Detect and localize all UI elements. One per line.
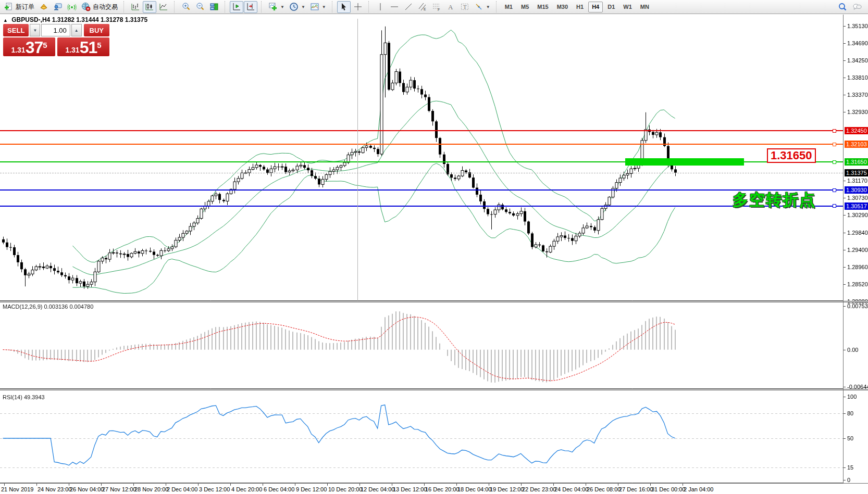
time-axis-tick-mark: [683, 484, 683, 486]
periods-button[interactable]: ▼: [287, 1, 307, 13]
dropdown-caret-icon: ▼: [322, 5, 326, 9]
time-axis-tick-mark: [230, 484, 231, 486]
signals-button[interactable]: [65, 1, 79, 13]
price-callout[interactable]: 1.31650: [767, 148, 816, 163]
timeframe-d1-button[interactable]: D1: [604, 2, 618, 12]
vertical-line-button[interactable]: [374, 1, 387, 13]
price-axis-tick: 1.35130: [847, 23, 868, 29]
time-axis-tick-mark: [586, 484, 586, 486]
horizontal-line-object[interactable]: [0, 206, 843, 207]
time-axis-label: 10 Dec 20:00: [328, 486, 362, 492]
line-chart-icon: [159, 2, 168, 11]
time-axis-tick-mark: [36, 484, 37, 486]
text-label-button[interactable]: T: [458, 1, 472, 13]
volume-decrease-button[interactable]: ▼: [30, 24, 40, 36]
time-axis-label: 21 Nov 2019: [1, 486, 33, 492]
indicators-button[interactable]: ▼: [266, 1, 287, 13]
toolbar-separator: [174, 1, 177, 12]
time-axis-label: 3 Dec 12:00: [199, 486, 230, 492]
chat-icon[interactable]: [852, 2, 862, 11]
tile-windows-icon: [209, 2, 219, 11]
annotation-text[interactable]: 多空转折点: [733, 189, 816, 211]
macd-axis-tick: 0.007538: [847, 303, 868, 309]
volume-input[interactable]: 1.00: [41, 24, 70, 36]
buy-price-sup: 5: [97, 41, 101, 49]
timeframe-m5-button[interactable]: M5: [517, 2, 532, 12]
line-handle[interactable]: [833, 204, 836, 208]
chart-shift-button[interactable]: [244, 1, 257, 13]
timeframe-mn-button[interactable]: MN: [637, 2, 653, 12]
bar-chart-button[interactable]: [129, 1, 142, 13]
buy-price-display[interactable]: 1.31 51 5: [57, 37, 109, 56]
bar-chart-icon: [131, 2, 140, 11]
new-order-label: 新订单: [16, 3, 34, 11]
horizontal-line-object[interactable]: [0, 189, 843, 191]
timeframe-m1-button[interactable]: M1: [501, 2, 516, 12]
time-axis-tick-mark: [198, 484, 199, 486]
toolbar-separator: [332, 1, 334, 12]
price-axis-tick: 1.33370: [847, 92, 868, 98]
symbol-period-label: GBPUSD-,H4: [11, 16, 50, 23]
price-axis-tick: 1.28960: [847, 264, 868, 270]
time-axis-tick-mark: [359, 484, 360, 486]
vertical-line-object[interactable]: [357, 19, 358, 301]
line-handle[interactable]: [833, 160, 836, 164]
timeframe-h1-button[interactable]: H1: [573, 2, 587, 12]
horizontal-line-button[interactable]: [388, 1, 401, 13]
toolbar-separator: [123, 1, 126, 12]
auto-scroll-icon: [232, 2, 241, 11]
sell-button[interactable]: SELL: [3, 24, 29, 36]
shapes-button[interactable]: ▼: [472, 1, 492, 13]
timeframe-w1-button[interactable]: W1: [619, 2, 636, 12]
rsi-label: RSI(14) 49.3943: [3, 394, 45, 400]
line-handle[interactable]: [833, 129, 836, 133]
channel-icon: E: [418, 2, 427, 11]
line-handle[interactable]: [833, 143, 836, 146]
time-axis-label: 2 Dec 04:00: [167, 486, 197, 492]
panel-splitter[interactable]: [0, 301, 868, 302]
autotrading-button[interactable]: 自动交易: [79, 1, 120, 13]
search-icon[interactable]: [838, 2, 847, 11]
fibonacci-button[interactable]: F: [430, 1, 443, 13]
highlight-bar[interactable]: [625, 158, 744, 166]
templates-button[interactable]: ▼: [308, 1, 328, 13]
timeframe-h4-button[interactable]: H4: [588, 2, 603, 12]
timeframe-m30-button[interactable]: M30: [553, 2, 572, 12]
line-handle[interactable]: [833, 188, 836, 192]
new-order-button[interactable]: 新订单: [2, 1, 36, 13]
cursor-button[interactable]: [337, 1, 351, 13]
price-line-label: 1.31650: [845, 158, 868, 166]
panel-splitter[interactable]: [0, 389, 868, 390]
macd-label: MACD(12,26,9) 0.003136 0.004780: [3, 303, 93, 310]
auto-scroll-button[interactable]: [230, 1, 243, 13]
volume-increase-button[interactable]: ▲: [71, 24, 82, 36]
horizontal-line-object[interactable]: [0, 130, 843, 131]
price-axis-tick: 1.33810: [847, 74, 868, 81]
crosshair-button[interactable]: [351, 1, 365, 13]
periods-clock-icon: [289, 2, 299, 11]
timeframe-m15-button[interactable]: M15: [534, 2, 552, 12]
toolbar: 新订单: [0, 0, 868, 14]
channel-button[interactable]: E: [416, 1, 429, 13]
time-axis-tick-mark: [553, 484, 554, 486]
line-chart-button[interactable]: [157, 1, 170, 13]
horizontal-line-object[interactable]: [0, 144, 843, 145]
metaeditor-button[interactable]: [37, 1, 51, 13]
time-axis-label: 27 Nov 12:00: [102, 486, 136, 492]
candlestick-button[interactable]: [143, 1, 156, 13]
text-button[interactable]: A: [444, 1, 457, 13]
collapse-panel-icon[interactable]: ▲: [3, 18, 8, 23]
zoom-out-button[interactable]: [193, 1, 207, 13]
time-axis[interactable]: 21 Nov 201924 Nov 23:0026 Nov 04:0027 No…: [0, 483, 868, 494]
buy-button[interactable]: BUY: [84, 24, 109, 36]
mt4-window: 新订单: [0, 0, 868, 494]
price-line-label: 1.30930: [845, 186, 868, 194]
sell-price-display[interactable]: 1.31 37 5: [3, 37, 55, 56]
mql5-community-button[interactable]: [51, 1, 65, 13]
price-axis-tick: 1.28520: [847, 281, 868, 287]
chart-shift-icon: [246, 2, 255, 11]
price-axis-tick: 1.34690: [847, 40, 868, 46]
tile-windows-button[interactable]: [207, 1, 221, 13]
zoom-in-button[interactable]: [179, 1, 193, 13]
trendline-button[interactable]: [402, 1, 415, 13]
